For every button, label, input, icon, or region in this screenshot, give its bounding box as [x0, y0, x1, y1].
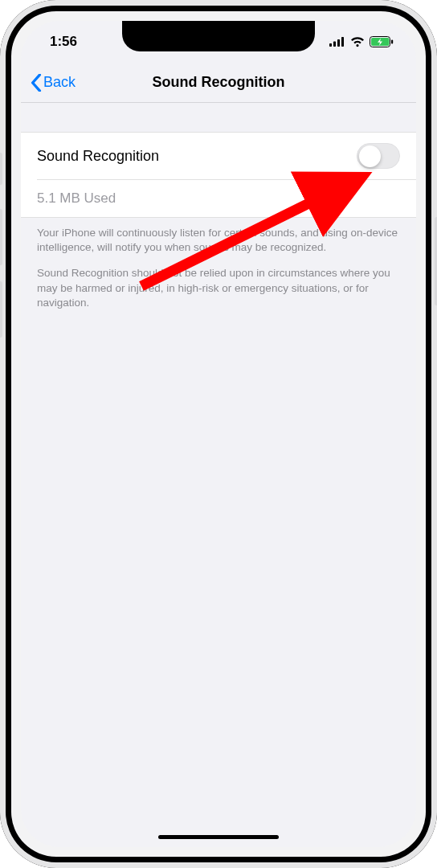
settings-group: Sound Recognition 5.1 MB Used	[21, 132, 416, 218]
status-icons	[329, 36, 394, 47]
home-indicator[interactable]	[158, 835, 279, 839]
page-title: Sound Recognition	[21, 74, 416, 91]
battery-charging-icon	[370, 36, 394, 47]
cellular-icon	[329, 37, 345, 47]
side-button-vol-down	[0, 281, 2, 338]
back-button[interactable]: Back	[31, 74, 76, 92]
wifi-icon	[350, 37, 365, 47]
toggle-knob	[359, 145, 381, 167]
footer-p1: Your iPhone will continuously listen for…	[37, 226, 400, 255]
chevron-left-icon	[31, 74, 42, 92]
back-label: Back	[43, 74, 76, 91]
nav-bar: Back Sound Recognition	[21, 63, 416, 103]
svg-rect-3	[341, 37, 344, 47]
status-time: 1:56	[50, 34, 77, 50]
side-button-silence	[0, 153, 2, 185]
notch	[122, 21, 315, 51]
svg-rect-2	[337, 39, 340, 47]
footer-p2: Sound Recognition should not be relied u…	[37, 266, 400, 310]
side-button-vol-up	[0, 209, 2, 265]
svg-rect-0	[329, 43, 332, 47]
svg-rect-1	[333, 42, 336, 47]
screen: 1:56 Back Sound Recognition Sound Recogn…	[21, 21, 416, 847]
toggle-label: Sound Recognition	[37, 148, 159, 165]
sound-recognition-row[interactable]: Sound Recognition	[21, 133, 416, 179]
svg-rect-6	[391, 40, 393, 44]
device-frame: 1:56 Back Sound Recognition Sound Recogn…	[0, 0, 437, 868]
storage-text: 5.1 MB Used	[37, 190, 116, 207]
sound-recognition-toggle[interactable]	[357, 143, 400, 169]
content: Sound Recognition 5.1 MB Used Your iPhon…	[21, 103, 416, 310]
storage-row: 5.1 MB Used	[21, 180, 416, 217]
footer-text: Your iPhone will continuously listen for…	[21, 218, 416, 310]
